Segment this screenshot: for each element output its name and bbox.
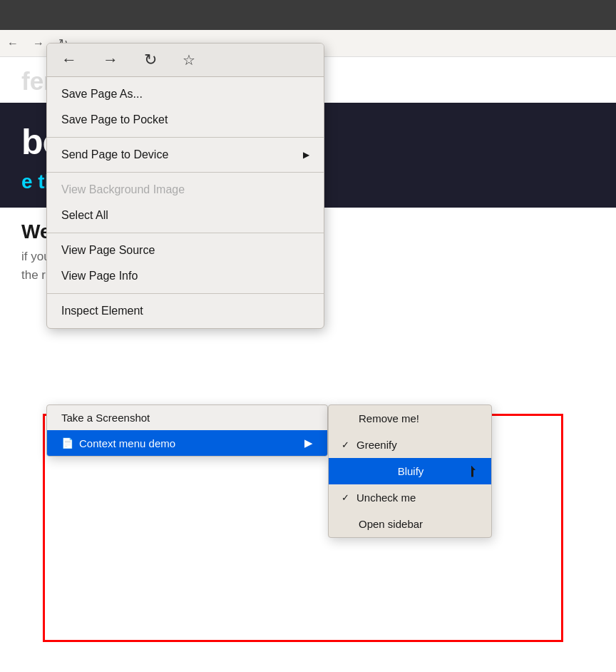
back-icon[interactable]: ← — [61, 51, 77, 69]
nav-back: ← — [7, 37, 19, 50]
menu-item-view-info[interactable]: View Page Info — [47, 263, 324, 289]
sub-item-uncheck-me[interactable]: Uncheck me — [329, 484, 491, 511]
menu-item-view-source[interactable]: View Page Source — [47, 238, 324, 263]
send-page-arrow: ▶ — [303, 150, 309, 160]
menu-item-inspect[interactable]: Inspect Element — [47, 298, 324, 324]
demo-icon: 📄 — [61, 437, 73, 449]
menu-section-3: View Background Image Select All — [47, 173, 324, 233]
context-menu: ← → ↻ ☆ Save Page As... Save Page to Poc… — [46, 43, 324, 329]
sub-item-open-sidebar[interactable]: Open sidebar — [329, 511, 491, 537]
menu-item-save-to-pocket[interactable]: Save Page to Pocket — [47, 107, 324, 133]
menu-item-select-all[interactable]: Select All — [47, 203, 324, 228]
menu-item-send-page[interactable]: Send Page to Device ▶ — [47, 142, 324, 168]
browser-header — [0, 0, 616, 30]
nav-forward: → — [33, 37, 44, 50]
menu-item-view-bg-image: View Background Image — [47, 177, 324, 203]
demo-item-context-menu-demo[interactable]: 📄 Context menu demo ▶ — [47, 430, 327, 456]
demo-arrow: ▶ — [304, 437, 313, 449]
menu-section-1: Save Page As... Save Page to Pocket — [47, 77, 324, 138]
menu-section-2: Send Page to Device ▶ — [47, 138, 324, 173]
context-menu-toolbar: ← → ↻ ☆ — [47, 44, 324, 77]
menu-item-save-page-as[interactable]: Save Page As... — [47, 81, 324, 107]
submenu-demo: Take a Screenshot 📄 Context menu demo ▶ — [46, 404, 328, 457]
cursor-icon — [471, 466, 478, 477]
forward-icon[interactable]: → — [103, 51, 118, 69]
sub-item-greenify[interactable]: Greenify — [329, 432, 491, 458]
demo-item-take-screenshot[interactable]: Take a Screenshot — [47, 405, 327, 430]
sub-item-remove-me[interactable]: Remove me! — [329, 405, 491, 432]
sub-item-bluify[interactable]: Bluify — [329, 458, 491, 484]
menu-section-4: View Page Source View Page Info — [47, 233, 324, 294]
reload-icon[interactable]: ↻ — [144, 51, 157, 69]
menu-section-5: Inspect Element — [47, 294, 324, 328]
submenu-right: Remove me! Greenify Bluify Uncheck me Op… — [328, 404, 492, 538]
bookmark-icon[interactable]: ☆ — [183, 51, 195, 68]
